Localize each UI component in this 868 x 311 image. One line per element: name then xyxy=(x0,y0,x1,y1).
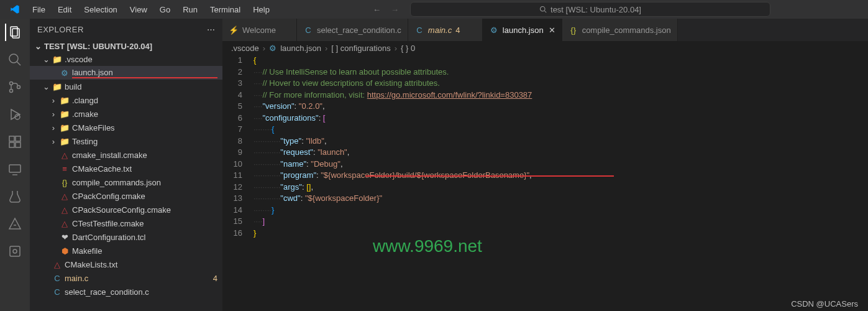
editor-tab[interactable]: Cmain.c4 xyxy=(408,19,483,41)
svg-point-7 xyxy=(10,90,13,93)
tree-item-label: Testing xyxy=(72,137,217,146)
svg-rect-12 xyxy=(9,142,14,147)
tree-item[interactable]: Cmain.c4 xyxy=(30,271,222,285)
menu-file[interactable]: File xyxy=(27,2,50,17)
tree-item-label: CTestTestfile.cmake xyxy=(72,219,217,228)
editor-tabs: ⚡WelcomeCselect_race_condition.cCmain.c4… xyxy=(222,19,868,41)
tree-item[interactable]: △CTestTestfile.cmake xyxy=(30,216,222,230)
chevron-icon: ⌄ xyxy=(42,82,50,91)
search-icon[interactable] xyxy=(6,51,24,68)
svg-rect-11 xyxy=(9,136,14,141)
tree-item[interactable]: ›📁CMakeFiles xyxy=(30,121,222,134)
testing-icon[interactable] xyxy=(6,188,24,205)
titlebar: File Edit Selection View Go Run Terminal… xyxy=(0,0,868,19)
extensions-icon[interactable] xyxy=(6,133,24,151)
tab-label: compile_commands.json xyxy=(582,26,671,35)
project-name: TEST [WSL: UBUNTU-20.04] xyxy=(44,42,152,51)
editor-tab[interactable]: {}compile_commands.json xyxy=(562,19,678,41)
cmake-icon[interactable] xyxy=(6,215,24,233)
chevron-icon: ⌄ xyxy=(42,55,50,64)
breadcrumb-item[interactable]: launch.json xyxy=(280,44,321,53)
tree-item[interactable]: ⌄📁.vscode xyxy=(30,52,222,66)
sidebar: EXPLORER ⋯ ⌄ TEST [WSL: UBUNTU-20.04] ⌄📁… xyxy=(30,19,222,311)
menu-edit[interactable]: Edit xyxy=(53,2,76,17)
explorer-icon[interactable] xyxy=(5,24,24,41)
file-icon: ❤ xyxy=(60,233,70,242)
file-icon: 📁 xyxy=(52,82,62,91)
tree-item-label: CMakeCache.txt xyxy=(72,164,217,174)
breadcrumb-item[interactable]: { } 0 xyxy=(401,44,415,53)
search-icon xyxy=(539,6,547,13)
svg-rect-19 xyxy=(10,246,20,256)
breadcrumb[interactable]: .vscode›⚙ launch.json›[ ] configurations… xyxy=(222,41,868,55)
menu-help[interactable]: Help xyxy=(248,2,275,17)
svg-point-20 xyxy=(13,249,17,253)
source-control-icon[interactable] xyxy=(6,78,24,96)
tab-label: launch.json xyxy=(503,26,544,35)
menu-run[interactable]: Run xyxy=(178,2,203,17)
tree-item[interactable]: △CMakeLists.txt xyxy=(30,258,222,271)
tree-item[interactable]: ❤DartConfiguration.tcl xyxy=(30,230,222,244)
command-center[interactable]: test [WSL: Ubuntu-20.04] xyxy=(410,2,770,17)
file-icon: 📁 xyxy=(60,123,70,132)
editor-tab[interactable]: ⚡Welcome xyxy=(222,19,297,41)
more-icon[interactable]: ⋯ xyxy=(207,25,216,34)
close-icon[interactable]: ✕ xyxy=(549,26,555,35)
file-icon: ⬢ xyxy=(60,246,70,256)
chevron-down-icon[interactable]: ⌄ xyxy=(35,42,42,51)
svg-line-5 xyxy=(17,62,21,65)
menu-go[interactable]: Go xyxy=(155,2,175,17)
menu-view[interactable]: View xyxy=(125,2,152,17)
nav-back-icon[interactable]: ← xyxy=(373,5,381,14)
editor-tab[interactable]: Cselect_race_condition.c xyxy=(297,19,408,41)
problem-badge: 4 xyxy=(213,274,217,283)
tree-item[interactable]: Cselect_race_condition.c xyxy=(30,285,222,299)
file-icon: C xyxy=(414,26,424,35)
svg-marker-17 xyxy=(9,218,21,229)
tree-item-label: CMakeFiles xyxy=(72,123,217,132)
tree-item[interactable]: △CPackConfig.cmake xyxy=(30,189,222,203)
breadcrumb-item[interactable]: .vscode xyxy=(231,44,259,53)
svg-rect-15 xyxy=(9,165,21,172)
tree-item-label: CPackSourceConfig.cmake xyxy=(72,205,217,215)
tree-item[interactable]: ›📁Testing xyxy=(30,134,222,148)
tab-label: select_race_condition.c xyxy=(317,26,401,35)
problem-badge: 4 xyxy=(455,26,460,35)
file-icon: C xyxy=(52,287,62,297)
nav-forward-icon[interactable]: → xyxy=(391,5,399,14)
chevron-icon: › xyxy=(50,137,57,146)
tree-item[interactable]: ⚙launch.json xyxy=(30,66,222,80)
file-icon: {} xyxy=(569,26,578,35)
tree-item-label: main.c xyxy=(65,274,211,283)
code-editor[interactable]: { ····// Use IntelliSense to learn about… xyxy=(254,55,868,311)
tree-item[interactable]: △cmake_install.cmake xyxy=(30,148,222,162)
menu-terminal[interactable]: Terminal xyxy=(205,2,245,17)
menu-selection[interactable]: Selection xyxy=(79,2,122,17)
tree-item-label: CMakeLists.txt xyxy=(65,260,217,269)
chevron-icon: › xyxy=(50,109,57,119)
tree-item[interactable]: ›📁.cmake xyxy=(30,107,222,121)
run-debug-icon[interactable] xyxy=(6,106,24,123)
file-icon: △ xyxy=(60,219,70,228)
editor-tab[interactable]: ⚙launch.json✕ xyxy=(483,19,562,41)
tree-item[interactable]: ≡CMakeCache.txt xyxy=(30,162,222,175)
tree-item-label: .clangd xyxy=(72,96,217,105)
tree-item-label: cmake_install.cmake xyxy=(72,151,217,160)
tab-label: main.c xyxy=(428,26,452,35)
tree-item[interactable]: ›📁.clangd xyxy=(30,93,222,107)
file-icon: △ xyxy=(60,151,70,160)
remote-explorer-icon[interactable] xyxy=(6,160,24,178)
file-icon: △ xyxy=(60,192,70,201)
file-icon: C xyxy=(52,274,62,283)
tree-item[interactable]: ⬢Makefile xyxy=(30,244,222,258)
file-icon: ≡ xyxy=(60,164,70,174)
file-icon: ⚙ xyxy=(489,26,499,35)
tree-item[interactable]: ⌄📁build xyxy=(30,80,222,93)
editor-area: ⚡WelcomeCselect_race_condition.cCmain.c4… xyxy=(222,19,868,311)
project-manager-icon[interactable] xyxy=(6,243,24,260)
sidebar-title: EXPLORER xyxy=(37,25,84,34)
breadcrumb-item[interactable]: [ ] configurations xyxy=(331,44,390,53)
tree-item[interactable]: {}compile_commands.json xyxy=(30,175,222,189)
tree-item[interactable]: △CPackSourceConfig.cmake xyxy=(30,203,222,216)
file-icon: 📁 xyxy=(60,96,70,105)
